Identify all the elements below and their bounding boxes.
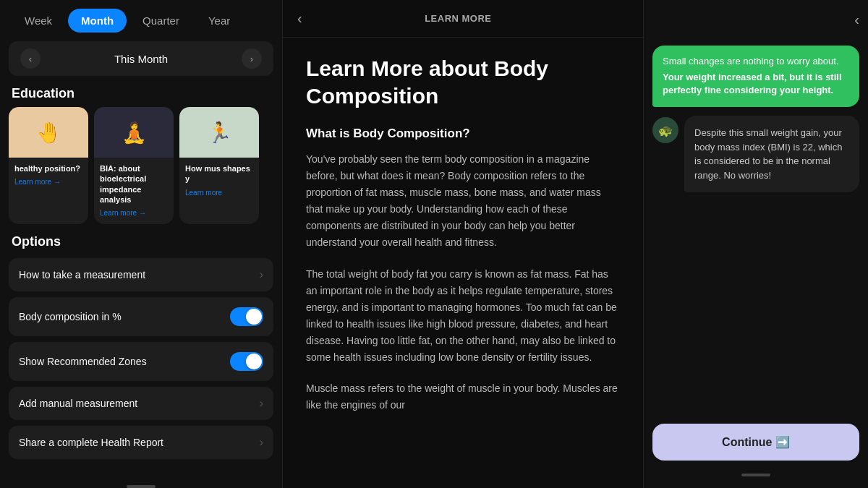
education-cards: 🤚 healthy position? Learn more → 🧘 BIA: … [0, 107, 282, 224]
chat-bubble-green-light-text: Small changes are nothing to worry about… [663, 56, 849, 67]
option-row-3[interactable]: Add manual measurement › [9, 387, 273, 420]
avatar: 🐢 [652, 117, 678, 143]
left-panel: Week Month Quarter Year ‹ This Month › E… [0, 0, 282, 488]
month-navigator: ‹ This Month › [9, 41, 273, 76]
tab-week[interactable]: Week [12, 9, 65, 33]
article-section1-title: What is Body Composition? [306, 127, 620, 141]
tab-year[interactable]: Year [195, 9, 243, 33]
chevron-right-icon-0: › [260, 268, 263, 281]
recommended-zones-toggle[interactable] [230, 352, 263, 371]
next-month-button[interactable]: › [242, 48, 262, 69]
chevron-right-icon-3: › [260, 397, 263, 410]
edu-card-1-title: BIA: about bioelectrical impedance analy… [100, 163, 168, 205]
chat-bubble-green: Small changes are nothing to worry about… [652, 46, 859, 107]
option-row-2[interactable]: Show Recommended Zones [9, 342, 273, 381]
edu-card-2-image: 🏃 [179, 107, 259, 158]
article-main-title: Learn More about Body Composition [306, 55, 620, 109]
edu-card-2[interactable]: 🏃 How mus shapes y Learn more [179, 107, 259, 224]
chevron-right-icon-4: › [260, 436, 263, 449]
option-label-3: Add manual measurement [19, 398, 137, 409]
option-row-0[interactable]: How to take a measurement › [9, 258, 273, 291]
chat-bubble-dark-text: Despite this small weight gain, your bod… [694, 126, 849, 182]
option-label-0: How to take a measurement [19, 269, 145, 281]
right-scroll-indicator [741, 474, 770, 476]
back-button[interactable]: ‹ [297, 10, 302, 27]
prev-month-button[interactable]: ‹ [20, 48, 41, 69]
edu-card-2-title: How mus shapes y [185, 163, 253, 184]
middle-header: ‹ LEARN MORE [283, 0, 643, 38]
edu-card-1[interactable]: 🧘 BIA: about bioelectrical impedance ana… [94, 107, 174, 224]
edu-card-0-image: 🤚 [9, 107, 88, 158]
edu-card-2-link[interactable]: Learn more [185, 189, 253, 197]
tab-month[interactable]: Month [68, 9, 127, 33]
learn-more-header-title: LEARN MORE [310, 13, 607, 24]
options-list: How to take a measurement › Body composi… [0, 255, 282, 481]
continue-button[interactable]: Continue ➡️ [652, 424, 859, 461]
chat-bubble-dark: Despite this small weight gain, your bod… [684, 116, 859, 192]
article-para-1: You've probably seen the term body compo… [306, 151, 620, 252]
edu-card-0-link[interactable]: Learn more → [14, 178, 82, 186]
option-label-1: Body composition in % [19, 311, 122, 322]
article-para-3: Muscle mass refers to the weight of musc… [306, 380, 620, 414]
edu-card-0[interactable]: 🤚 healthy position? Learn more → [9, 107, 88, 224]
option-label-4: Share a complete Health Report [19, 437, 163, 448]
article-para-2: The total weight of body fat you carry i… [306, 266, 620, 367]
middle-panel: ‹ LEARN MORE Learn More about Body Compo… [282, 0, 644, 488]
options-section-title: Options [0, 224, 282, 255]
right-panel: ‹ Small changes are nothing to worry abo… [644, 0, 868, 488]
body-composition-toggle[interactable] [230, 307, 263, 326]
avatar-icon: 🐢 [658, 124, 673, 137]
tab-quarter[interactable]: Quarter [129, 9, 192, 33]
scroll-indicator [127, 485, 156, 488]
tab-bar: Week Month Quarter Year [0, 0, 282, 41]
option-row-4[interactable]: Share a complete Health Report › [9, 426, 273, 459]
right-back-button[interactable]: ‹ [854, 12, 859, 28]
edu-card-1-image: 🧘 [94, 107, 174, 158]
option-row-1[interactable]: Body composition in % [9, 297, 273, 336]
education-section-title: Education [0, 76, 282, 107]
right-header: ‹ [652, 12, 859, 31]
article-content: Learn More about Body Composition What i… [283, 38, 643, 488]
current-month-label: This Month [114, 53, 168, 65]
chat-bubble-green-bold-text: Your weight increased a bit, but it is s… [663, 71, 849, 97]
option-label-2: Show Recommended Zones [19, 356, 147, 367]
edu-card-1-link[interactable]: Learn more → [100, 209, 168, 217]
edu-card-0-title: healthy position? [14, 163, 82, 174]
chat-avatar-row: 🐢 Despite this small weight gain, your b… [652, 116, 859, 192]
